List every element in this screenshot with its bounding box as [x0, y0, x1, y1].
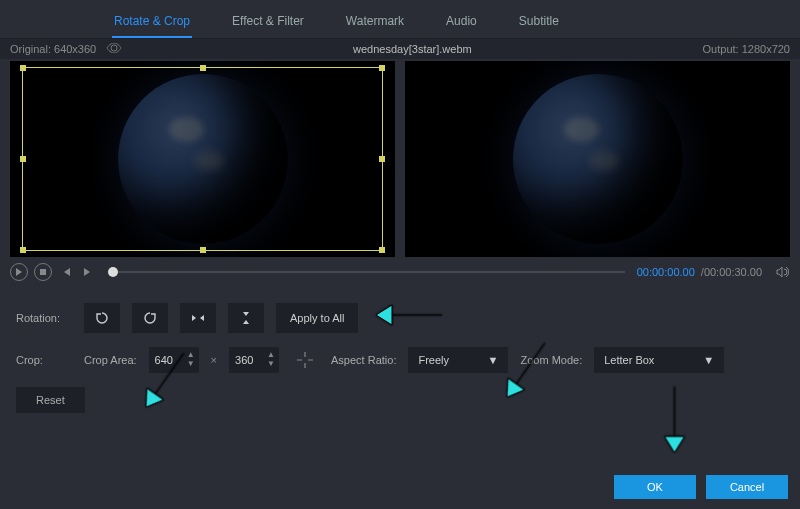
eye-icon[interactable]	[106, 43, 122, 55]
tab-watermark[interactable]: Watermark	[344, 8, 406, 38]
time-current: 00:00:00.00	[637, 266, 695, 278]
svg-rect-0	[40, 269, 46, 275]
tab-bar: Rotate & Crop Effect & Filter Watermark …	[0, 0, 800, 39]
tab-effect-filter[interactable]: Effect & Filter	[230, 8, 306, 38]
original-preview[interactable]	[10, 61, 395, 257]
apply-to-all-button[interactable]: Apply to All	[276, 303, 358, 333]
crop-label: Crop:	[16, 354, 72, 366]
zoom-mode-label: Zoom Mode:	[520, 354, 582, 366]
original-label: Original: 640x360	[10, 43, 96, 55]
volume-icon[interactable]	[774, 264, 790, 280]
rotation-label: Rotation:	[16, 312, 72, 324]
height-down[interactable]: ▼	[265, 361, 277, 369]
filename: wednesday[3star].webm	[122, 43, 702, 55]
x-separator: ×	[211, 354, 217, 366]
crop-width-input[interactable]: 640▲▼	[149, 347, 199, 373]
zoom-mode-select[interactable]: Letter Box▼	[594, 347, 724, 373]
tab-rotate-crop[interactable]: Rotate & Crop	[112, 8, 192, 38]
tab-subtitle[interactable]: Subtitle	[517, 8, 561, 38]
next-frame-button[interactable]	[80, 264, 96, 280]
reset-button[interactable]: Reset	[16, 387, 85, 413]
timeline-slider[interactable]	[108, 271, 625, 273]
crop-height-input[interactable]: 360▲▼	[229, 347, 279, 373]
chevron-down-icon: ▼	[703, 354, 714, 366]
width-down[interactable]: ▼	[185, 361, 197, 369]
time-total: /00:00:30.00	[701, 266, 762, 278]
output-preview	[405, 61, 790, 257]
flip-vertical-button[interactable]	[228, 303, 264, 333]
chevron-down-icon: ▼	[488, 354, 499, 366]
rotate-left-button[interactable]	[84, 303, 120, 333]
prev-frame-button[interactable]	[58, 264, 74, 280]
aspect-ratio-label: Aspect Ratio:	[331, 354, 396, 366]
play-button[interactable]	[10, 263, 28, 281]
cancel-button[interactable]: Cancel	[706, 475, 788, 499]
flip-horizontal-button[interactable]	[180, 303, 216, 333]
aspect-ratio-select[interactable]: Freely▼	[408, 347, 508, 373]
crop-area-label: Crop Area:	[84, 354, 137, 366]
tab-audio[interactable]: Audio	[444, 8, 479, 38]
output-label: Output: 1280x720	[703, 43, 790, 55]
crop-frame[interactable]	[22, 67, 383, 251]
info-bar: Original: 640x360 wednesday[3star].webm …	[0, 39, 800, 59]
rotate-right-button[interactable]	[132, 303, 168, 333]
stop-button[interactable]	[34, 263, 52, 281]
center-crop-button[interactable]	[291, 347, 319, 373]
ok-button[interactable]: OK	[614, 475, 696, 499]
